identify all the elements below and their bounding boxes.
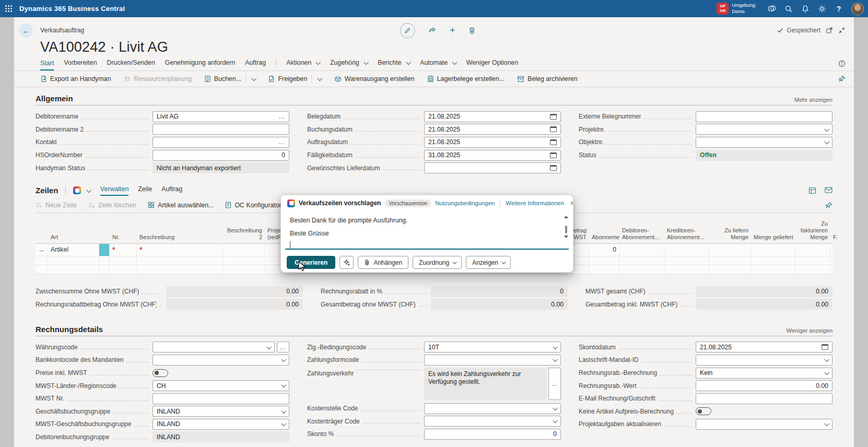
kostenstelle-code-input[interactable] bbox=[424, 403, 561, 414]
chevron-down-icon[interactable] bbox=[266, 344, 271, 349]
show-less-link[interactable]: Weniger anzeigen bbox=[787, 327, 832, 334]
collapse-icon[interactable] bbox=[838, 27, 846, 34]
toolbar-artikel-auswaehlen[interactable]: Artikel auswählen... bbox=[148, 202, 214, 209]
action-export-handyman[interactable]: Export an Handyman bbox=[40, 75, 111, 83]
debitorenname-input[interactable]: Livit AG… bbox=[153, 111, 289, 122]
preise-inkl-mwst-toggle[interactable] bbox=[153, 369, 168, 377]
terms-link[interactable]: Nutzungsbedingungen bbox=[435, 200, 495, 206]
popout-icon[interactable] bbox=[826, 27, 833, 34]
action-buchen[interactable]: Buchen... bbox=[204, 75, 256, 83]
hsordernumber-input[interactable]: 0 bbox=[153, 150, 289, 161]
tab-start[interactable]: Start bbox=[40, 60, 54, 71]
kontakt-input[interactable]: … bbox=[153, 137, 289, 148]
objektnr-input[interactable] bbox=[696, 137, 832, 148]
tab-vorbereiten[interactable]: Vorbereiten bbox=[64, 59, 97, 70]
calendar-icon[interactable] bbox=[550, 114, 557, 120]
belegdatum-input[interactable]: 21.08.2025 bbox=[424, 111, 561, 122]
externe-belegnummer-input[interactable] bbox=[696, 111, 832, 122]
tab-berichte[interactable]: Berichte bbox=[378, 59, 410, 70]
zeilen-menu-verwalten[interactable]: Verwalten bbox=[100, 185, 128, 196]
chevron-down-icon[interactable] bbox=[553, 357, 557, 361]
zahlungsformcode-input[interactable] bbox=[424, 355, 561, 366]
tab-weniger-optionen[interactable]: Weniger Optionen bbox=[466, 59, 519, 70]
chevron-down-icon[interactable] bbox=[553, 405, 557, 410]
calendar-icon[interactable] bbox=[822, 344, 828, 350]
info-icon[interactable] bbox=[838, 60, 846, 67]
environment-badge[interactable]: UP GR bbox=[717, 3, 729, 15]
tab-zugehoerig[interactable]: Zugehörig bbox=[330, 59, 368, 70]
chevron-down-icon[interactable] bbox=[824, 357, 829, 361]
show-more-link[interactable]: Mehr anzeigen bbox=[794, 97, 832, 103]
calendar-icon[interactable] bbox=[550, 152, 557, 158]
breadcrumb[interactable]: Verkaufsauftrag bbox=[40, 27, 84, 34]
cell-nr-required[interactable]: * bbox=[110, 244, 137, 256]
prompt-textarea[interactable]: Besten Dank für die prompte Ausführung. … bbox=[281, 211, 573, 249]
selected-cell-indicator[interactable] bbox=[99, 244, 109, 256]
action-freigeben[interactable]: Freigeben bbox=[268, 75, 321, 83]
email-rechnung-input[interactable] bbox=[696, 393, 832, 404]
generate-button[interactable]: Generieren bbox=[287, 256, 335, 269]
col-kreditoren-abonnement[interactable]: Kreditoren-Abonnement... bbox=[664, 227, 709, 241]
col-menge-geliefert[interactable]: Menge geliefert bbox=[751, 234, 795, 241]
lastschrift-mandat-id-input[interactable] bbox=[696, 355, 832, 366]
kostentraeger-code-input[interactable] bbox=[424, 416, 561, 427]
mwst-geschaeftsbuchungsgruppe-input[interactable]: INLAND bbox=[153, 419, 289, 430]
chevron-down-icon[interactable] bbox=[824, 126, 829, 131]
tab-auftrag[interactable]: Auftrag bbox=[245, 59, 266, 70]
share-icon[interactable] bbox=[428, 26, 437, 34]
calendar-icon[interactable] bbox=[550, 165, 557, 171]
scroll-thumb[interactable] bbox=[565, 226, 567, 233]
chevron-down-icon[interactable] bbox=[824, 370, 829, 374]
col-zu-liefern-menge[interactable]: Zu liefern Menge bbox=[709, 227, 751, 241]
pin-icon[interactable] bbox=[838, 75, 846, 83]
tab-automate[interactable]: Automate bbox=[420, 59, 456, 70]
textarea-scrollbar[interactable] bbox=[564, 216, 568, 246]
chevron-down-icon[interactable] bbox=[281, 357, 286, 361]
skontodatum-input[interactable]: 21.08.2025 bbox=[696, 342, 832, 352]
freigeben-split-chevron[interactable] bbox=[311, 75, 322, 83]
copilot-icon[interactable] bbox=[764, 0, 780, 17]
col-beschreibung[interactable]: Beschreibung bbox=[137, 234, 223, 241]
edit-pencil-icon[interactable] bbox=[400, 23, 415, 38]
pin-icon[interactable] bbox=[825, 202, 832, 209]
lookup-ellipsis-icon[interactable]: … bbox=[278, 113, 285, 120]
toolbar-oc-konfigurator[interactable]: OC Konfigurator bbox=[225, 202, 281, 209]
chevron-down-icon[interactable] bbox=[553, 418, 557, 423]
projektaufgaben-input[interactable] bbox=[696, 419, 832, 430]
prompt-suggestions-button[interactable] bbox=[339, 256, 354, 269]
zahlungsverkehr-assist-button[interactable]: … bbox=[548, 368, 561, 400]
waehrungscode-assist-button[interactable]: … bbox=[277, 342, 289, 352]
col-beschreibung2[interactable]: Beschreibung 2 bbox=[223, 227, 265, 241]
lieferdatum-input[interactable] bbox=[424, 162, 561, 173]
rechnungsrab-berechnung-input[interactable]: Kein bbox=[696, 368, 832, 379]
zeilen-menu-zeile[interactable]: Zeile bbox=[138, 185, 152, 196]
waffle-menu-icon[interactable] bbox=[0, 0, 17, 17]
action-lagerbelege-erstellen[interactable]: Lagerbelege erstellen... bbox=[427, 75, 505, 83]
scroll-up-icon[interactable] bbox=[564, 216, 568, 218]
settings-icon[interactable] bbox=[814, 0, 830, 17]
cell-beschreibung-required[interactable]: * bbox=[137, 244, 223, 256]
close-icon[interactable]: × bbox=[569, 199, 573, 207]
chevron-down-icon[interactable] bbox=[824, 421, 829, 426]
buchungsdatum-input[interactable]: 21.08.2025 bbox=[424, 124, 561, 135]
tab-genehmigung-anfordern[interactable]: Genehmigung anfordern bbox=[165, 59, 235, 70]
back-button[interactable]: ← bbox=[19, 23, 33, 38]
new-record-icon[interactable]: + bbox=[450, 25, 455, 36]
chevron-down-icon[interactable] bbox=[281, 408, 286, 413]
calendar-icon[interactable] bbox=[550, 126, 557, 132]
buchen-split-chevron[interactable] bbox=[245, 75, 256, 83]
calendar-icon[interactable] bbox=[550, 139, 557, 145]
app-title[interactable]: Dynamics 365 Business Central bbox=[19, 5, 125, 13]
section-title-allgemein[interactable]: Allgemein bbox=[36, 94, 73, 103]
delete-icon[interactable] bbox=[468, 27, 476, 34]
show-button[interactable]: Anzeigen bbox=[466, 256, 511, 269]
col-zu-fakturieren-menge[interactable]: Zu fakturieren Menge bbox=[795, 220, 830, 241]
tab-aktionen[interactable]: Aktionen bbox=[286, 59, 320, 70]
skonto-prozent-input[interactable]: 0 bbox=[424, 429, 561, 440]
zlg-bedingungscode-input[interactable]: 10T bbox=[424, 342, 561, 352]
notifications-icon[interactable] bbox=[797, 0, 814, 17]
col-f[interactable]: F... bbox=[830, 234, 838, 241]
chevron-down-icon[interactable] bbox=[824, 139, 829, 144]
rechnungsrab-wert-input[interactable]: 0.00 bbox=[696, 380, 832, 391]
mapping-button[interactable]: Zuordnung bbox=[413, 256, 462, 269]
